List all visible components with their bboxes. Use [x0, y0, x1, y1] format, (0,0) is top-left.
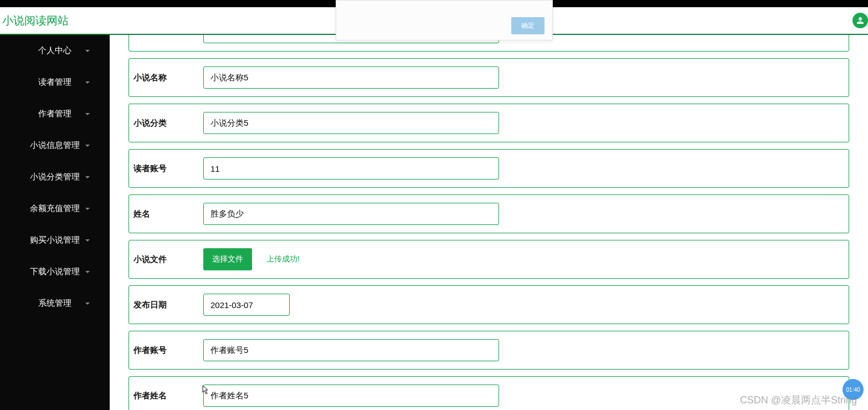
choose-file-button[interactable]: 选择文件	[203, 248, 252, 270]
sidebar-item-label: 购买小说管理	[30, 235, 80, 245]
sidebar-item-label: 余额充值管理	[30, 203, 80, 214]
form-row-author-account: 作者账号	[129, 331, 849, 370]
main-content: 小说名称 小说分类 读者账号 姓名 小说文件 选择文件 上传成功! 发布日期 作…	[110, 35, 868, 410]
dialog-confirm-button[interactable]: 确定	[511, 17, 545, 34]
sidebar-item-download-novel-manage[interactable]: 下载小说管理	[0, 256, 110, 288]
user-avatar[interactable]	[852, 13, 868, 28]
user-icon	[855, 16, 865, 25]
sidebar-item-label: 作者管理	[38, 109, 71, 119]
site-title[interactable]: 小说阅读网站	[2, 13, 69, 28]
sidebar: 个人中心 读者管理 作者管理 小说信息管理 小说分类管理 余额充值管理 购买小说…	[0, 35, 110, 410]
form-row-novel-name: 小说名称	[129, 58, 849, 97]
input-name[interactable]	[203, 203, 499, 225]
sidebar-item-balance-recharge-manage[interactable]: 余额充值管理	[0, 193, 110, 224]
sidebar-item-purchase-novel-manage[interactable]: 购买小说管理	[0, 224, 110, 256]
form-label: 读者账号	[129, 163, 203, 174]
sidebar-item-label: 下载小说管理	[30, 266, 80, 277]
form-label: 小说文件	[129, 254, 203, 265]
upload-status: 上传成功!	[266, 254, 300, 264]
input-publish-date[interactable]	[203, 294, 290, 316]
sidebar-item-novel-info-manage[interactable]: 小说信息管理	[0, 130, 110, 161]
sidebar-item-label: 小说信息管理	[30, 140, 80, 151]
confirm-dialog: 确定	[336, 0, 553, 40]
sidebar-item-label: 读者管理	[38, 77, 71, 88]
input-novel-name[interactable]	[203, 66, 499, 89]
form-label: 小说分类	[129, 118, 203, 129]
form-label: 姓名	[129, 209, 203, 219]
sidebar-item-system-manage[interactable]: 系统管理	[0, 288, 110, 319]
form-label: 作者姓名	[129, 391, 203, 401]
form-row-novel-file: 小说文件 选择文件 上传成功!	[129, 240, 849, 279]
sidebar-item-author-manage[interactable]: 作者管理	[0, 98, 110, 130]
form-label: 小说名称	[129, 73, 203, 83]
form-row-author-name: 作者姓名	[129, 376, 849, 410]
sidebar-item-novel-category-manage[interactable]: 小说分类管理	[0, 161, 110, 193]
sidebar-item-personal-center[interactable]: 个人中心	[0, 35, 110, 66]
input-novel-category[interactable]	[203, 112, 499, 134]
sidebar-item-label: 个人中心	[38, 45, 71, 56]
input-author-name[interactable]	[203, 385, 499, 407]
form-row-novel-category: 小说分类	[129, 104, 849, 142]
form-row-reader-account: 读者账号	[129, 149, 849, 188]
sidebar-item-label: 系统管理	[38, 298, 71, 309]
form-label: 发布日期	[129, 300, 203, 310]
sidebar-item-reader-manage[interactable]: 读者管理	[0, 66, 110, 98]
sidebar-item-label: 小说分类管理	[30, 172, 80, 182]
timestamp-badge: 01:40	[843, 379, 864, 400]
form-row-publish-date: 发布日期	[129, 285, 849, 324]
form-label: 作者账号	[129, 345, 203, 356]
input-author-account[interactable]	[203, 339, 499, 361]
form-row-name: 姓名	[129, 194, 849, 233]
input-reader-account[interactable]	[203, 157, 499, 180]
